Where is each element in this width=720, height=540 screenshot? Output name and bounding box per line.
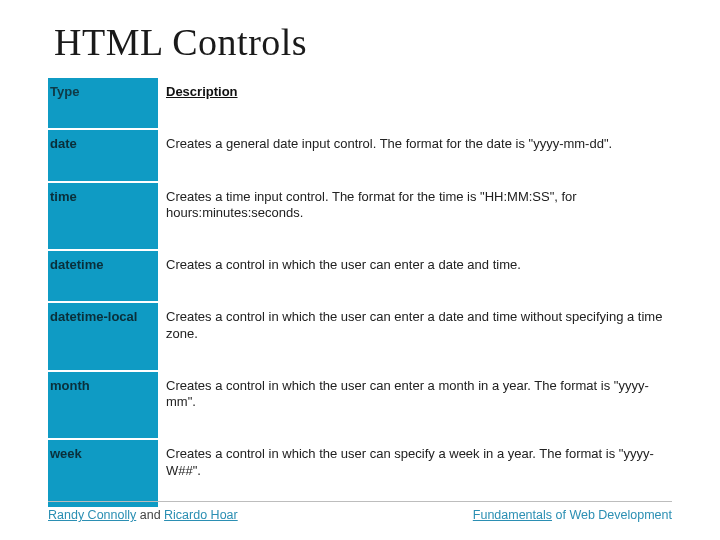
cell-desc: Creates a time input control. The format… — [158, 182, 672, 251]
header-description: Description — [158, 78, 672, 129]
table-row: week Creates a control in which the user… — [48, 439, 672, 508]
table-head: Type Description — [48, 78, 672, 129]
header-type: Type — [48, 78, 158, 129]
table-body: date Creates a general date input contro… — [48, 129, 672, 508]
cell-type: date — [48, 129, 158, 181]
author-1: Randy Connolly — [48, 508, 136, 522]
cell-desc: Creates a control in which the user can … — [158, 250, 672, 302]
cell-type: month — [48, 371, 158, 440]
footer-authors: Randy Connolly and Ricardo Hoar — [48, 508, 238, 522]
table-row: month Creates a control in which the use… — [48, 371, 672, 440]
cell-desc: Creates a control in which the user can … — [158, 371, 672, 440]
author-2: Ricardo Hoar — [164, 508, 238, 522]
header-row: Type Description — [48, 78, 672, 129]
table-row: datetime Creates a control in which the … — [48, 250, 672, 302]
cell-desc: Creates a control in which the user can … — [158, 302, 672, 371]
table-row: datetime-local Creates a control in whic… — [48, 302, 672, 371]
book-rest: of Web Development — [552, 508, 672, 522]
footer-book: Fundamentals of Web Development — [473, 508, 672, 522]
cell-type: week — [48, 439, 158, 508]
cell-type: datetime-local — [48, 302, 158, 371]
controls-table: Type Description date Creates a general … — [48, 78, 672, 509]
slide: HTML Controls Type Description date Crea… — [0, 0, 720, 540]
book-word-1: Fundamentals — [473, 508, 552, 522]
cell-desc: Creates a general date input control. Th… — [158, 129, 672, 181]
cell-type: datetime — [48, 250, 158, 302]
table-row: time Creates a time input control. The f… — [48, 182, 672, 251]
author-join: and — [136, 508, 164, 522]
footer-row: Randy Connolly and Ricardo Hoar Fundamen… — [48, 508, 672, 522]
table-row: date Creates a general date input contro… — [48, 129, 672, 181]
cell-desc: Creates a control in which the user can … — [158, 439, 672, 508]
footer-divider — [48, 501, 672, 502]
cell-type: time — [48, 182, 158, 251]
page-title: HTML Controls — [54, 20, 672, 64]
footer: Randy Connolly and Ricardo Hoar Fundamen… — [48, 501, 672, 522]
